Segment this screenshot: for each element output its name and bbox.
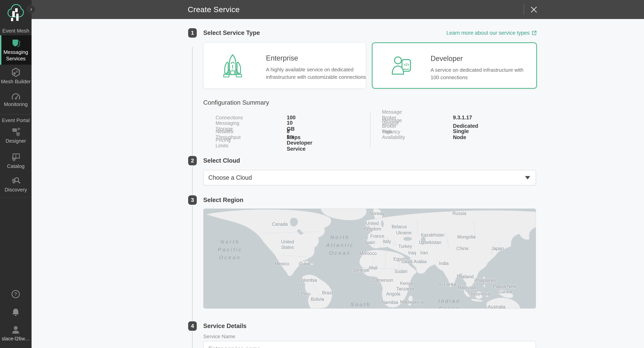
bell-icon	[11, 308, 20, 317]
service-type-card-developer[interactable]: </> Developer A service on dedicated inf…	[372, 42, 537, 89]
configuration-summary-title: Configuration Summary	[203, 99, 269, 106]
sidebar-item-label: Monitoring	[0, 101, 32, 108]
config-value: 100	[287, 114, 296, 120]
config-value: 9.3.1.17	[453, 114, 472, 120]
messaging-services-shield-icon	[11, 38, 21, 48]
solace-cloud-logo[interactable]	[7, 4, 24, 22]
active-indicator	[0, 35, 1, 65]
configuration-summary-divider	[370, 112, 370, 147]
sidebar-item-label: Mesh Builder	[0, 78, 32, 85]
step-connector	[192, 166, 193, 195]
modal-header: Create Service	[32, 0, 644, 19]
close-button[interactable]	[529, 5, 539, 14]
card-description: A service on dedicated infrastructure wi…	[430, 66, 525, 81]
sidebar-item-label: Discovery	[0, 186, 32, 193]
catalog-icon	[10, 152, 21, 162]
notifications-button[interactable]	[11, 308, 20, 317]
card-description: A highly available service on dedicated …	[266, 66, 376, 81]
help-icon: ?	[11, 290, 20, 299]
card-title: Developer	[430, 54, 463, 63]
step-4-badge: 4	[188, 321, 197, 331]
external-link-icon	[532, 30, 537, 36]
sidebar: › Event Mesh Messaging Services Mesh Bui…	[0, 0, 32, 348]
step-2-badge: 2	[188, 156, 197, 166]
close-icon	[530, 6, 538, 13]
designer-icon	[11, 126, 21, 137]
monitoring-gauge-icon	[11, 92, 21, 100]
step-3-badge: 3	[188, 195, 197, 205]
header-divider	[524, 4, 524, 15]
learn-more-label: Learn more about our service types	[446, 30, 530, 36]
enterprise-rocket-icon	[220, 54, 245, 78]
account-username[interactable]: slace-l26w…	[0, 336, 32, 342]
config-label: High Availability	[382, 129, 405, 140]
cloud-dropdown[interactable]: Choose a Cloud	[203, 170, 536, 185]
sidebar-item-discovery[interactable]: Discovery	[0, 176, 32, 193]
sidebar-item-designer[interactable]: Designer	[0, 126, 32, 144]
sidebar-item-label: Messaging Services	[0, 49, 32, 62]
sidebar-section-event-portal: Event Portal	[0, 117, 32, 124]
sidebar-expand-button[interactable]: ›	[27, 5, 35, 13]
svg-text:?: ?	[14, 291, 17, 297]
user-avatar-icon	[11, 325, 20, 334]
sidebar-item-label: Designer	[0, 138, 32, 144]
card-title: Enterprise	[266, 54, 298, 62]
config-value: Single Node	[453, 128, 469, 140]
sidebar-item-messaging-services[interactable]: Messaging Services	[0, 35, 32, 65]
developer-person-code-icon: </>	[390, 54, 414, 79]
learn-more-link[interactable]: Learn more about our service types	[446, 28, 537, 38]
step-2-title: Select Cloud	[203, 156, 240, 166]
config-label: Pricing Limits	[216, 137, 230, 148]
step-connector	[192, 206, 193, 321]
page-title: Create Service	[188, 0, 240, 19]
step-connector	[192, 47, 193, 156]
discovery-icon	[10, 176, 21, 186]
sidebar-divider	[0, 114, 32, 114]
sidebar-item-monitoring[interactable]: Monitoring	[0, 92, 32, 108]
sidebar-item-mesh-builder[interactable]: Mesh Builder	[0, 68, 32, 85]
sidebar-divider	[0, 197, 32, 197]
config-value: 1 x Developer Service	[287, 134, 312, 152]
service-type-card-enterprise[interactable]: Enterprise A highly available service on…	[203, 42, 366, 89]
help-button[interactable]: ?	[11, 290, 20, 299]
sidebar-section-event-mesh: Event Mesh	[0, 28, 32, 34]
world-map	[204, 209, 536, 308]
sidebar-item-label: Catalog	[0, 163, 32, 170]
sidebar-item-catalog[interactable]: Catalog	[0, 152, 32, 170]
account-button[interactable]	[11, 325, 20, 334]
step-4-title: Service Details	[203, 321, 246, 331]
service-name-label: Service Name	[203, 334, 235, 340]
mesh-builder-hexagon-icon	[11, 68, 21, 78]
config-value: Dedicated	[453, 123, 478, 129]
step-3-title: Select Region	[203, 195, 244, 205]
step-1-badge: 1	[188, 28, 197, 38]
code-glyph: </>	[404, 62, 409, 67]
cloud-dropdown-value: Choose a Cloud	[208, 174, 252, 181]
service-name-input[interactable]	[203, 341, 536, 348]
step-connector	[192, 332, 193, 348]
region-map[interactable]: CanadaNorwayRussiaUnited KingdomBelarusU…	[203, 208, 536, 308]
config-label: Connections	[216, 115, 243, 120]
chevron-down-icon	[525, 176, 530, 179]
step-1-title: Select Service Type	[203, 28, 260, 38]
